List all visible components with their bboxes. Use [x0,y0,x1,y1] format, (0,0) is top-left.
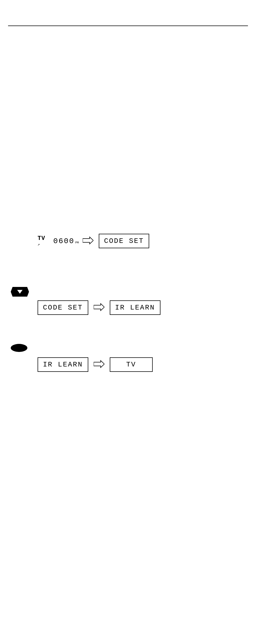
ir-learn-box-2: IR LEARN [38,357,88,372]
svg-marker-2 [94,361,104,368]
svg-marker-1 [94,304,104,311]
section-3-row: IR LEARN TV [38,357,153,372]
tv-label: TV [38,235,45,242]
section-1-row: TV ↗ 0600 PM CODE SET [38,234,149,248]
arrow-1 [83,236,93,246]
down-triangle-icon [17,290,23,294]
section-2-row: CODE SET IR LEARN [38,300,160,315]
tv-box-result: TV [110,357,153,372]
time-display-wrapper: 0600 PM [53,237,74,245]
code-set-box-1: CODE SET [99,234,149,248]
code-set-box-2: CODE SET [38,300,88,315]
svg-marker-0 [83,237,93,244]
down-button[interactable] [11,287,29,297]
time-value: 0600 [53,237,74,245]
tv-display: TV ↗ [38,235,45,246]
page: TV ↗ 0600 PM CODE SET CODE SET IR LEARN [0,0,256,644]
ir-learn-box-1: IR LEARN [110,300,160,315]
time-pm-label: PM [75,241,79,244]
arrow-3 [94,360,104,369]
top-divider [8,26,248,26]
ok-button[interactable] [11,344,27,352]
ok-button-shape[interactable] [11,344,27,352]
down-button-shape[interactable] [11,287,29,297]
arrow-2 [94,303,104,312]
tv-sub-icon: ↗ [38,242,40,247]
